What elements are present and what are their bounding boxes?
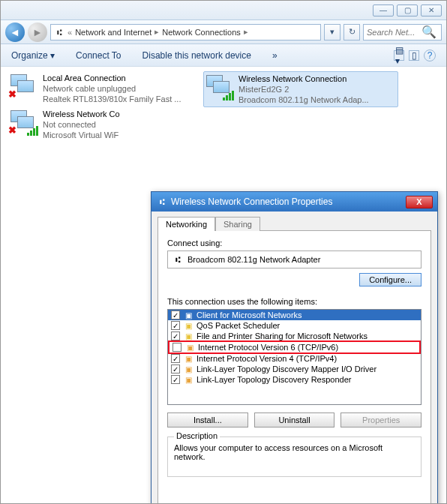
connect-to-button[interactable]: Connect To xyxy=(76,50,122,61)
checkbox[interactable]: ✓ xyxy=(171,321,180,330)
checkbox[interactable]: ✓ xyxy=(171,332,180,340)
item-label: Client for Microsoft Networks xyxy=(196,310,302,320)
close-button[interactable]: X xyxy=(406,196,433,208)
breadcrumb-seg[interactable]: Network and Internet xyxy=(75,28,152,37)
help-button[interactable]: ? xyxy=(424,50,436,62)
breadcrumb-seg[interactable]: Network Connections xyxy=(162,28,241,37)
content-area: ✖ Local Area ConnectionNetwork cable unp… xyxy=(1,67,446,146)
toolbar-overflow[interactable]: » xyxy=(272,50,278,61)
item-label: QoS Packet Scheduler xyxy=(196,321,280,330)
proto-icon: ▣ xyxy=(184,343,195,352)
tab-body: Connect using: ⑆ Broadcom 802.11g Networ… xyxy=(158,230,431,504)
adapter-icon: ⑆ xyxy=(172,254,183,265)
item-label: Link-Layer Topology Discovery Mapper I/O… xyxy=(196,364,376,374)
disable-device-button[interactable]: Disable this network device xyxy=(142,50,251,61)
tab-sharing[interactable]: Sharing xyxy=(215,217,260,231)
protocol-item[interactable]: ✓ ▣ Link-Layer Topology Discovery Respon… xyxy=(168,374,421,385)
back-button[interactable]: ◄ xyxy=(5,22,25,42)
proto-icon: ▣ xyxy=(183,354,194,363)
protocol-item[interactable]: ✓ ▣ QoS Packet Scheduler xyxy=(168,320,421,331)
checkbox[interactable] xyxy=(172,343,182,352)
checkbox[interactable]: ✓ xyxy=(171,354,180,363)
network-icon: ⑆ xyxy=(156,196,168,208)
install-button[interactable]: Install... xyxy=(167,412,248,428)
uninstall-button[interactable]: Uninstall xyxy=(254,412,335,428)
share-icon: ▣ xyxy=(183,332,194,340)
protocol-item[interactable]: ✓ ▣ Internet Protocol Version 4 (TCP/IPv… xyxy=(168,353,421,364)
search-icon: 🔍 xyxy=(424,27,434,38)
item-label: Link-Layer Topology Discovery Responder xyxy=(196,375,351,384)
minimize-button[interactable]: — xyxy=(373,4,394,16)
connection-text: Local Area ConnectionNetwork cable unplu… xyxy=(43,73,181,106)
signal-bars-icon xyxy=(223,91,234,100)
connection-icon: ✖ xyxy=(8,73,38,100)
items-label: This connection uses the following items… xyxy=(167,297,422,306)
connection-items-list[interactable]: ✓ ▣ Client for Microsoft Networks✓ ▣ QoS… xyxy=(167,309,422,405)
properties-button: Properties xyxy=(340,412,422,428)
connection-icon xyxy=(204,74,234,100)
error-x-icon: ✖ xyxy=(8,88,16,100)
toolbar: Organize ▾ Connect To Disable this netwo… xyxy=(1,44,446,67)
connect-using-label: Connect using: xyxy=(167,238,422,248)
checkbox[interactable]: ✓ xyxy=(171,364,180,374)
connection-item[interactable]: ✖ Local Area ConnectionNetwork cable unp… xyxy=(8,71,203,107)
connection-icon: ✖ xyxy=(8,109,38,136)
tab-strip: Networking Sharing xyxy=(158,217,431,231)
item-label: File and Printer Sharing for Microsoft N… xyxy=(196,332,368,340)
qos-icon: ▣ xyxy=(183,321,194,330)
checkbox[interactable]: ✓ xyxy=(171,310,180,320)
properties-dialog: ⑆ Wireless Network Connection Properties… xyxy=(151,191,438,504)
protocol-item[interactable]: ✓ ▣ Link-Layer Topology Discovery Mapper… xyxy=(168,364,421,374)
refresh-button[interactable]: ↻ xyxy=(344,24,360,40)
window-titlebar: — ▢ ✕ xyxy=(1,1,446,20)
dropdown-arrow-button[interactable]: ▾ xyxy=(324,24,340,40)
connection-text: Wireless Network ConnectionMisterEd2G 2B… xyxy=(238,74,369,105)
connection-item[interactable]: Wireless Network ConnectionMisterEd2G 2B… xyxy=(203,71,398,107)
configure-button[interactable]: Configure... xyxy=(359,273,422,286)
protocol-item[interactable]: ✓ ▣ File and Printer Sharing for Microso… xyxy=(168,331,421,341)
forward-button[interactable]: ► xyxy=(28,22,47,42)
search-box[interactable]: 🔍 xyxy=(363,24,442,40)
protocol-item[interactable]: ▣ Internet Protocol Version 6 (TCP/IPv6) xyxy=(168,340,421,354)
description-group: Description Allows your computer to acce… xyxy=(167,436,422,477)
address-bar: ◄ ► ⑆ « Network and Internet ▸ Network C… xyxy=(1,20,446,44)
description-label: Description xyxy=(174,431,220,440)
adapter-field: ⑆ Broadcom 802.11g Network Adapter xyxy=(167,250,422,268)
preview-pane-button[interactable]: ▯ xyxy=(409,50,419,61)
view-mode-button[interactable]: ▤ ▾ xyxy=(394,50,404,61)
item-label: Internet Protocol Version 4 (TCP/IPv4) xyxy=(196,354,337,363)
network-icon: ⑆ xyxy=(54,27,64,38)
proto-icon: ▣ xyxy=(183,375,194,384)
proto-icon: ▣ xyxy=(183,364,194,374)
description-text: Allows your computer to access resources… xyxy=(174,443,415,461)
organize-menu[interactable]: Organize ▾ xyxy=(11,50,55,61)
connection-item[interactable]: ✖ Wireless Network CoNot connectedMicros… xyxy=(8,107,203,142)
signal-bars-icon xyxy=(27,126,38,136)
tab-networking[interactable]: Networking xyxy=(158,217,215,231)
protocol-item[interactable]: ✓ ▣ Client for Microsoft Networks xyxy=(168,310,421,320)
item-label: Internet Protocol Version 6 (TCP/IPv6) xyxy=(198,343,338,352)
dialog-titlebar[interactable]: ⑆ Wireless Network Connection Properties… xyxy=(152,192,437,212)
window-close-button[interactable]: ✕ xyxy=(421,4,442,16)
connection-text: Wireless Network CoNot connectedMicrosof… xyxy=(43,109,120,140)
adapter-name: Broadcom 802.11g Network Adapter xyxy=(188,255,320,264)
search-input[interactable] xyxy=(364,28,424,37)
maximize-button[interactable]: ▢ xyxy=(397,4,418,16)
breadcrumb[interactable]: ⑆ « Network and Internet ▸ Network Conne… xyxy=(50,24,321,40)
error-x-icon: ✖ xyxy=(8,124,16,136)
dialog-title: Wireless Network Connection Properties xyxy=(171,196,406,207)
client-icon: ▣ xyxy=(183,310,194,320)
checkbox[interactable]: ✓ xyxy=(171,375,180,384)
